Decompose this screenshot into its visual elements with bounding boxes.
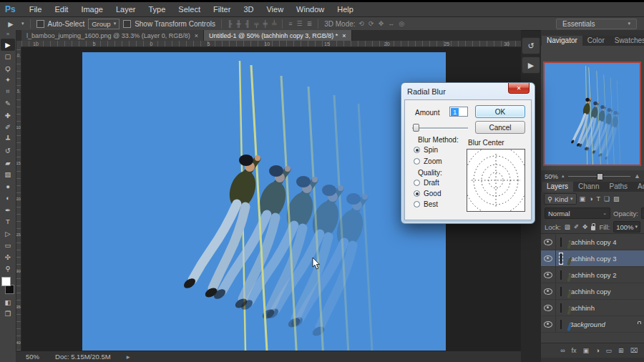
navigator-zoom-slider[interactable] [568, 172, 631, 180]
document-tab[interactable]: l_bamboo_jumping_1600.png @ 33.3% (Layer… [21, 30, 204, 41]
menu-item[interactable]: Type [142, 2, 172, 16]
visibility-cell[interactable] [541, 283, 556, 299]
delete-layer-icon[interactable]: ⌧ [630, 347, 638, 354]
menu-item[interactable]: Help [331, 2, 360, 16]
toolbar-collapse-icon[interactable]: » [6, 30, 9, 39]
layer-row[interactable]: tachhinh copy 2 [541, 267, 644, 283]
layer-row[interactable]: Background [541, 316, 644, 333]
eraser-tool-icon[interactable]: ▰ [1, 157, 15, 169]
panel-tab[interactable]: Adjust [633, 182, 644, 192]
smart-object-filter-icon[interactable]: ▨ [613, 195, 620, 202]
align-right-icon[interactable]: ╢ [245, 20, 250, 27]
zoom-field[interactable]: 50% [26, 353, 39, 361]
menu-item[interactable]: Select [172, 2, 207, 16]
menu-item[interactable]: Edit [48, 2, 74, 16]
auto-select-checkbox[interactable] [36, 20, 44, 28]
close-icon[interactable]: ✕ [508, 83, 530, 94]
actions-icon[interactable]: ▶ [522, 57, 540, 74]
ok-button[interactable]: OK [475, 105, 525, 118]
menu-item[interactable]: Layer [109, 2, 142, 16]
radio-icon[interactable] [414, 190, 420, 197]
foreground-color-swatch[interactable] [1, 277, 11, 286]
filter-kind-dropdown[interactable]: ⚲ Kind ▾ [544, 193, 577, 205]
radio-icon[interactable] [414, 158, 420, 165]
new-adjustment-icon[interactable]: ◑ [595, 347, 599, 354]
visibility-cell[interactable] [541, 250, 556, 266]
close-icon[interactable]: × [342, 32, 346, 39]
layer-style-icon[interactable]: fx [572, 347, 577, 354]
layer-row[interactable]: tachhinh copy 3 [541, 250, 644, 267]
document-tab[interactable]: Untitled-1 @ 50% (tachhinh copy 3, RGB/8… [204, 30, 352, 41]
path-selection-tool-icon[interactable]: ▷ [1, 228, 15, 240]
link-layers-icon[interactable]: ∞ [560, 347, 565, 354]
eye-icon[interactable] [544, 239, 552, 245]
panel-tab[interactable]: Color [582, 36, 610, 46]
radio-icon[interactable] [414, 201, 420, 207]
shape-tool-icon[interactable]: ▭ [1, 240, 15, 252]
lock-transparency-icon[interactable]: ▨ [565, 223, 570, 230]
new-group-icon[interactable]: ▭ [606, 347, 613, 354]
lasso-tool-icon[interactable]: Ϙ [1, 62, 15, 74]
pixel-filter-icon[interactable]: ▣ [580, 195, 586, 202]
lock-pixels-icon[interactable]: ✐ [574, 223, 579, 230]
eye-icon[interactable] [544, 255, 552, 262]
panel-tab[interactable]: Layers [542, 182, 573, 192]
close-icon[interactable]: × [195, 32, 198, 39]
radio-option[interactable]: Best [414, 200, 441, 208]
hand-tool-icon[interactable]: ✣ [1, 251, 15, 263]
3d-drag-icon[interactable]: ✥ [379, 20, 384, 27]
workspace-switcher[interactable]: Essentials ▾ [556, 19, 637, 29]
layer-row[interactable]: tachhinh [541, 300, 644, 316]
gradient-tool-icon[interactable]: ▨ [1, 169, 15, 181]
align-center-h-icon[interactable]: ╫ [236, 20, 240, 27]
layer-thumbnail[interactable] [560, 254, 562, 263]
screen-mode-icon[interactable]: ❐ [1, 308, 15, 321]
eye-icon[interactable] [544, 305, 552, 311]
align-left-icon[interactable]: ╟ [228, 20, 232, 27]
quick-selection-tool-icon[interactable]: ✦ [1, 74, 15, 87]
type-filter-icon[interactable]: T [596, 195, 600, 202]
blur-center-box[interactable] [467, 149, 525, 212]
panel-tab[interactable]: Paths [604, 182, 633, 192]
zoom-out-icon[interactable]: ▴ [562, 173, 565, 179]
distribute-center-icon[interactable]: ☰ [297, 20, 303, 27]
eye-icon[interactable] [544, 321, 552, 328]
layer-row[interactable]: tachhinh copy 4 [541, 234, 644, 250]
visibility-cell[interactable] [541, 234, 556, 250]
zoom-tool-icon[interactable]: ⚲ [1, 263, 15, 275]
history-icon[interactable]: ↺ [522, 37, 540, 54]
layer-thumbnail[interactable] [560, 320, 562, 329]
visibility-cell[interactable] [541, 300, 556, 315]
quick-mask-icon[interactable]: ◧ [1, 296, 15, 308]
menu-item[interactable]: 3D [237, 2, 260, 16]
menu-item[interactable]: Filter [207, 2, 237, 16]
panel-tab[interactable]: Swatches [610, 36, 644, 46]
layer-thumbnail[interactable] [560, 270, 562, 280]
opacity-field[interactable]: 80% ▾ [641, 207, 644, 219]
dialog-title-bar[interactable]: Radial Blur ✕ [401, 83, 535, 99]
marquee-tool-icon[interactable]: ▢ [1, 51, 15, 63]
amount-slider[interactable] [412, 124, 468, 132]
navigator-preview[interactable] [543, 62, 641, 166]
brush-tool-icon[interactable]: ✐ [1, 122, 15, 134]
align-bottom-icon[interactable]: ╧ [272, 20, 276, 27]
layer-mask-icon[interactable]: ▣ [583, 347, 590, 354]
radio-option[interactable]: Zoom [414, 157, 442, 165]
canvas-image[interactable] [82, 52, 446, 351]
slider-thumb[interactable] [597, 173, 603, 180]
menu-item[interactable]: Image [74, 2, 109, 16]
distribute-left-icon[interactable]: ≡ [288, 20, 292, 27]
3d-slide-icon[interactable]: ↔ [388, 20, 394, 27]
eyedropper-tool-icon[interactable]: ✎ [1, 98, 15, 110]
clone-stamp-tool-icon[interactable]: ┻ [1, 133, 15, 145]
layer-thumbnail[interactable] [560, 238, 562, 247]
panel-tab[interactable]: Navigator [542, 36, 582, 46]
radio-option[interactable]: Good [414, 190, 441, 197]
radio-option[interactable]: Spin [414, 146, 442, 154]
status-options-arrow[interactable]: ▸ [127, 353, 130, 361]
radio-option[interactable]: Draft [414, 179, 441, 187]
slider-thumb[interactable] [413, 124, 419, 132]
show-transform-checkbox[interactable] [123, 20, 131, 28]
blend-mode-dropdown[interactable]: Normal ⌄ [545, 207, 610, 219]
crop-tool-icon[interactable]: ⌗ [1, 86, 15, 98]
